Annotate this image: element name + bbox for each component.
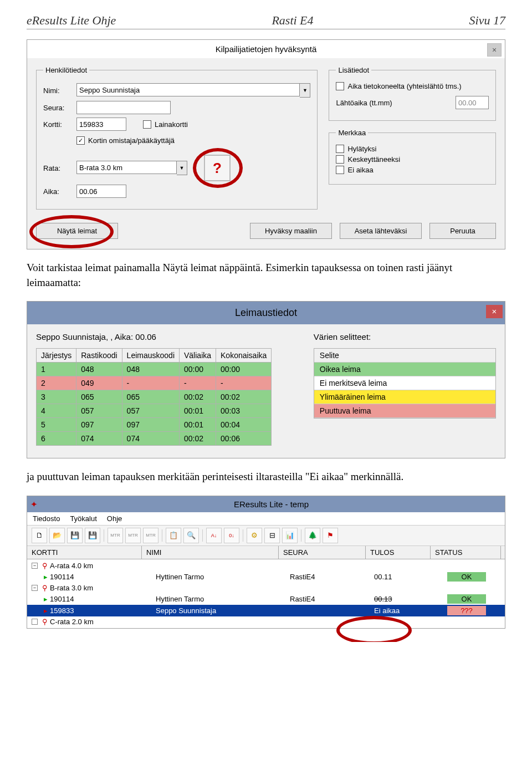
time-input[interactable] [76,185,126,198]
settings-icon[interactable]: ⚙ [247,528,262,543]
table-row[interactable]: 607407400:0200:06 [37,432,272,446]
table-header: Rastikoodi [76,349,122,363]
flag-icon[interactable]: ⚑ [323,528,338,543]
tree-row[interactable]: ▸ 190114Hyttinen TarmoRastiE400.13OK [27,593,505,605]
main-title: ✦ EResults Lite - temp [27,496,505,512]
menu-bar: TiedostoTyökalutOhje [27,512,505,526]
tree-row[interactable]: ▸ 159833Seppo SuunnistajaEi aikaa??? [27,605,505,616]
column-headers: KORTTI NIMI SEURA TULOS STATUS [27,546,505,559]
show-punches-button[interactable]: Näytä leimat [36,223,118,239]
dnf-checkbox[interactable] [336,155,344,164]
tree-row[interactable]: −⚲ B-rata 3.0 km [27,583,505,593]
chart-icon[interactable]: 📊 [282,528,298,543]
close-icon[interactable]: × [486,305,503,318]
expand-icon[interactable]: − [32,585,38,591]
cancel-button[interactable]: Peruuta [429,223,496,239]
toolbar: 🗋 📂 💾 💾 MTR MTR MTR 📋 🔍 A↓ 0↓ ⚙ ⊟ 📊 🌲 ⚑ [27,526,505,546]
sort-num-icon[interactable]: 0↓ [224,528,239,543]
course-icon: ⚲ [42,618,48,626]
expand-icon[interactable] [32,619,38,625]
list-icon[interactable]: 📋 [166,528,181,543]
main-window: ✦ EResults Lite - temp TiedostoTyökalutO… [27,496,505,629]
card-input[interactable] [76,118,126,131]
col-kortti[interactable]: KORTTI [27,546,142,559]
new-icon[interactable]: 🗋 [32,528,47,543]
mark-group: Merkkaa Hylätyksi Keskeyttäneeksi Ei aik… [329,129,496,185]
help-button[interactable]: ? [204,155,231,181]
table-header: Järjestys [37,349,76,363]
tree-row[interactable]: ▸ 190114Hyttinen TarmoRastiE400.11OK [27,571,505,583]
app-icon: ✦ [30,499,38,509]
loan-card-checkbox[interactable] [143,120,151,129]
disq-checkbox[interactable] [336,145,344,153]
close-icon[interactable]: × [487,43,502,57]
doc-header-right: Sivu 17 [469,13,505,28]
doc-header-center: Rasti E4 [272,13,313,28]
tool-mtr3-icon[interactable]: MTR [143,528,158,543]
course-input[interactable] [76,161,177,174]
punches-table: JärjestysRastikoodiLeimauskoodiVäliaikaK… [36,348,272,446]
tree-row[interactable]: −⚲ A-rata 4.0 km [27,560,505,571]
table-row[interactable]: 405705700:0100:03 [37,404,272,418]
tool-mtr-icon[interactable]: MTR [108,528,123,543]
save-as-icon[interactable]: 💾 [85,528,100,543]
chevron-down-icon[interactable]: ▼ [177,161,187,175]
owner-checkbox[interactable]: ✓ [76,136,85,145]
start-time-label: Lähtöaika (tt.mm) [336,99,456,107]
menu-item[interactable]: Tiedosto [33,514,60,523]
table-row[interactable]: 306506500:0200:02 [37,390,272,404]
status-badge: ??? [447,606,486,615]
club-input[interactable] [76,101,171,114]
table-row[interactable]: 104804800:0000:00 [37,363,272,376]
tree-row[interactable]: ⚲ C-rata 2.0 km [27,616,505,627]
computer-time-label: Aika tietokoneelta (yhteislähtö tms.) [347,82,461,90]
start-time-input [456,96,489,109]
dnf-label: Keskeyttäneeksi [347,155,400,164]
chevron-down-icon[interactable]: ▼ [300,83,310,98]
course-icon: ⚲ [42,562,48,570]
col-seura[interactable]: SEURA [279,546,366,559]
col-nimi[interactable]: NIMI [142,546,279,559]
expand-icon[interactable]: − [32,563,38,569]
legend-item: Ei merkitsevä leima [314,376,495,390]
personal-legend: Henkilötiedot [43,66,89,74]
table-row[interactable]: 509709700:0100:04 [37,418,272,432]
notime-checkbox[interactable] [336,166,344,174]
status-badge: OK [447,572,487,582]
color-legend: SeliteOikea leimaEi merkitsevä leimaYlim… [314,348,496,419]
table-header: Kokonaisaika [216,349,272,363]
legend-item: Ylimääräinen leima [314,390,495,404]
disq-label: Hylätyksi [347,145,376,153]
owner-label: Kortin omistaja/pääkäyttäjä [88,136,175,145]
name-label: Nimi: [43,86,76,95]
menu-item[interactable]: Työkalut [70,514,96,523]
set-started-button[interactable]: Aseta lähteväksi [340,223,422,239]
runner-r-icon: ▸ [44,606,48,615]
forest-icon[interactable]: 🌲 [305,528,320,543]
table-header: Leimauskoodi [122,349,179,363]
computer-time-checkbox[interactable] [336,82,344,90]
table-row[interactable]: 2049--- [37,376,272,390]
accept-finish-button[interactable]: Hyväksy maaliin [250,223,332,239]
paragraph-2: ja puuttuvan leiman tapauksen merkitään … [27,470,505,485]
card-icon[interactable]: ⊟ [264,528,280,543]
course-label: Rata: [43,164,76,172]
club-label: Seura: [43,104,76,112]
preview-icon[interactable]: 🔍 [183,528,199,543]
question-icon: ? [213,160,222,177]
punches-dialog: Leimaustiedot × Seppo Suunnistaja, , Aik… [27,301,505,458]
col-status[interactable]: STATUS [431,546,501,559]
open-icon[interactable]: 📂 [49,528,65,543]
save-icon[interactable]: 💾 [67,528,83,543]
col-tulos[interactable]: TULOS [366,546,431,559]
name-input[interactable] [76,83,300,96]
sort-az-icon[interactable]: A↓ [206,528,222,543]
legend-item: Selite [314,349,495,363]
tool-mtr2-icon[interactable]: MTR [125,528,141,543]
notime-label: Ei aikaa [347,166,373,174]
menu-item[interactable]: Ohje [107,514,122,523]
runner-info: Seppo Suunnistaja, , Aika: 00.06 [36,332,291,341]
legend-title: Värien selitteet: [314,332,496,341]
time-label: Aika: [43,187,76,196]
status-badge: OK [447,594,487,604]
